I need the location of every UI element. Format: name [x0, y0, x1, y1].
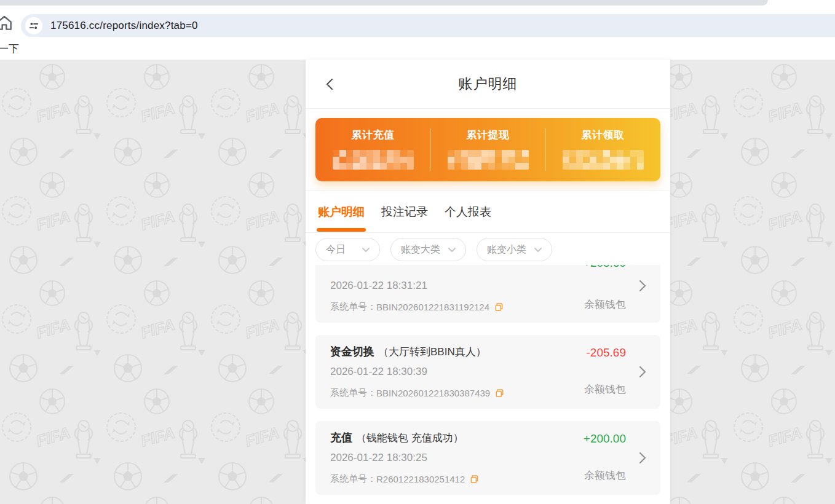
summary-total-withdraw: 累计提现 [430, 118, 545, 181]
transaction-wallet: 余额钱包 [584, 297, 626, 312]
summary-total-deposit: 累计充值 [315, 118, 430, 181]
filter-major-category-dropdown[interactable]: 账变大类 [390, 238, 466, 261]
tab-account-detail[interactable]: 账户明细 [318, 204, 365, 220]
order-number: BBIN202601221831192124 [376, 302, 489, 312]
tabs-row: 账户明细 投注记录 个人报表 [306, 191, 670, 233]
order-label: 系统单号： [330, 473, 376, 485]
masked-amount [448, 150, 529, 170]
transaction-name: 资金切换 [330, 344, 374, 359]
copy-icon[interactable] [470, 474, 479, 484]
order-label: 系统单号： [330, 387, 376, 399]
active-tab-underline [317, 228, 366, 232]
home-icon[interactable] [0, 13, 14, 33]
site-info-icon[interactable] [25, 17, 42, 34]
tab-personal-report[interactable]: 个人报表 [445, 204, 491, 220]
summary-label: 累计提现 [430, 128, 545, 142]
summary-total-claim: 累计领取 [545, 118, 660, 181]
chevron-down-icon [362, 247, 370, 253]
transaction-amount: -205.69 [587, 346, 626, 360]
tab-bet-records[interactable]: 投注记录 [381, 204, 428, 220]
chevron-down-icon [534, 247, 542, 253]
browser-window: 175616.cc/reports/index?tab=0 一下 [0, 0, 835, 504]
transaction-datetime: 2026-01-22 18:31:21 [330, 280, 568, 293]
bookmark-item[interactable]: 一下 [0, 42, 19, 56]
url-text: 175616.cc/reports/index?tab=0 [50, 20, 198, 32]
order-number: BBIN202601221830387439 [376, 388, 490, 398]
page-title: 账户明细 [459, 74, 518, 93]
transaction-wallet: 余额钱包 [584, 382, 626, 396]
transaction-amount: +205.69 [584, 265, 626, 270]
account-detail-panel: 账户明细 累计充值 累计提现 累计领取 账户明细 投注记录 [306, 60, 670, 504]
filter-label: 今日 [326, 243, 346, 256]
transaction-card[interactable]: 充值 （钱能钱包 充值成功） 2026-01-22 18:30:25 系统单号：… [315, 421, 660, 495]
address-bar[interactable]: 175616.cc/reports/index?tab=0 [21, 14, 835, 37]
chevron-down-icon [448, 247, 456, 253]
panel-header: 账户明细 [306, 60, 670, 109]
browser-toolbar: 175616.cc/reports/index?tab=0 [0, 6, 835, 37]
summary-label: 累计充值 [315, 128, 430, 142]
filter-minor-category-dropdown[interactable]: 账变小类 [477, 238, 552, 261]
copy-icon[interactable] [495, 388, 504, 398]
copy-icon[interactable] [494, 302, 504, 312]
transaction-desc: （钱能钱包 充值成功） [356, 431, 464, 445]
order-number: R2601221830251412 [376, 474, 465, 484]
transaction-name: 充值 [330, 430, 352, 445]
bookmarks-bar: 一下 [0, 37, 835, 60]
transaction-amount: +200.00 [584, 432, 626, 446]
transaction-card[interactable]: 2026-01-22 18:31:21 系统单号： BBIN2026012218… [315, 265, 660, 323]
summary-label: 累计领取 [545, 128, 660, 142]
transaction-datetime: 2026-01-22 18:30:39 [330, 366, 568, 379]
summary-card: 累计充值 累计提现 累计领取 [315, 118, 660, 181]
filter-date-dropdown[interactable]: 今日 [315, 238, 380, 261]
transaction-wallet: 余额钱包 [584, 468, 626, 482]
summary-section: 累计充值 累计提现 累计领取 [306, 109, 670, 191]
chevron-right-icon[interactable] [635, 278, 649, 296]
browser-tab-strip [0, 0, 768, 6]
masked-amount [563, 150, 644, 170]
filter-label: 账变大类 [401, 243, 440, 256]
order-label: 系统单号： [330, 301, 376, 313]
transaction-card[interactable]: 资金切换 （大厅转到BBIN真人） 2026-01-22 18:30:39 系统… [315, 335, 660, 409]
back-icon[interactable] [322, 76, 339, 93]
filter-label: 账变小类 [487, 243, 526, 256]
masked-amount [333, 150, 414, 170]
transaction-desc: （大厅转到BBIN真人） [378, 345, 486, 359]
filter-row: 今日 账变大类 账变小类 [306, 233, 670, 265]
transaction-list: 2026-01-22 18:31:21 系统单号： BBIN2026012218… [306, 265, 670, 503]
chevron-right-icon[interactable] [635, 451, 649, 468]
chevron-right-icon[interactable] [635, 364, 649, 382]
transaction-datetime: 2026-01-22 18:30:25 [330, 452, 568, 465]
